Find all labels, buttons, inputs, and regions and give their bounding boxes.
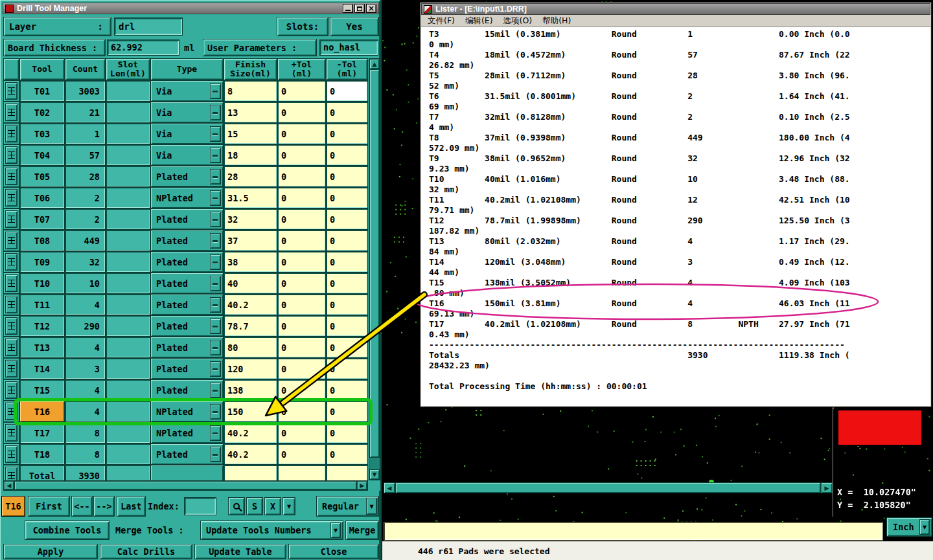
row-handle-button[interactable] xyxy=(5,168,17,185)
row-handle-button[interactable] xyxy=(5,82,17,100)
slot-len-cell[interactable] xyxy=(106,379,150,401)
minus-tol-input[interactable]: 0 xyxy=(326,102,368,123)
minimize-button[interactable] xyxy=(343,4,353,13)
maximize-button[interactable] xyxy=(354,4,365,13)
row-handle-button[interactable] xyxy=(5,125,17,142)
plus-tol-input[interactable]: 0 xyxy=(277,294,326,315)
finish-size-input[interactable]: 32 xyxy=(224,208,277,230)
row-handle-button[interactable] xyxy=(5,360,17,377)
type-select[interactable]: Plated xyxy=(150,273,224,294)
finish-size-input[interactable]: 80 xyxy=(224,337,277,358)
scroll-left-icon[interactable]: ◀ xyxy=(384,482,395,493)
minus-tol-input[interactable]: 0 xyxy=(326,187,368,208)
minus-tol-input[interactable]: 0 xyxy=(326,337,368,358)
menu-edit[interactable]: 编辑(E) xyxy=(465,16,493,27)
plus-tol-input[interactable]: 0 xyxy=(277,208,326,230)
row-handle-button[interactable] xyxy=(5,253,17,271)
finish-size-input[interactable]: 40.2 xyxy=(224,294,277,315)
prev-button[interactable]: <-- xyxy=(71,496,93,517)
scroll-right-icon[interactable]: ▶ xyxy=(357,481,367,490)
row-handle-button[interactable] xyxy=(5,403,17,420)
plus-tol-input[interactable]: 0 xyxy=(277,144,326,166)
type-select[interactable]: Plated xyxy=(150,294,224,315)
type-select[interactable] xyxy=(150,465,224,480)
tool-cell[interactable]: T06 xyxy=(19,187,65,208)
slot-len-cell[interactable] xyxy=(106,294,150,315)
chevron-down-icon[interactable]: ▼ xyxy=(330,522,341,538)
combine-tools-button[interactable]: Combine Tools xyxy=(25,521,109,540)
row-handle-button[interactable] xyxy=(5,317,17,335)
slot-len-cell[interactable] xyxy=(106,315,150,337)
dropdown-icon[interactable] xyxy=(210,319,221,334)
scroll-up-icon[interactable]: ▲ xyxy=(369,59,380,69)
type-select[interactable]: NPlated xyxy=(150,187,224,208)
update-table-button[interactable]: Update Table xyxy=(194,544,286,559)
slot-len-cell[interactable] xyxy=(106,337,150,358)
slot-len-cell[interactable] xyxy=(106,80,150,102)
slot-len-cell[interactable] xyxy=(106,358,150,379)
type-select[interactable]: Via xyxy=(150,123,224,144)
finish-size-input[interactable]: 31.5 xyxy=(224,187,277,208)
tool-cell[interactable]: Total xyxy=(19,465,65,480)
finish-size-input[interactable]: 8 xyxy=(224,80,277,102)
minus-tol-input[interactable]: 0 xyxy=(326,422,368,443)
canvas-hscroll-thumb[interactable] xyxy=(395,482,821,493)
plus-tol-input[interactable]: 0 xyxy=(277,187,326,208)
dropdown-icon[interactable] xyxy=(210,254,221,270)
minus-tol-input[interactable]: 0 xyxy=(326,379,368,401)
row-handle-button[interactable] xyxy=(5,424,17,442)
menu-file[interactable]: 文件(F) xyxy=(428,16,455,27)
tool-cell[interactable]: T01 xyxy=(19,80,65,102)
plus-tol-input[interactable] xyxy=(277,465,326,480)
tool-cell[interactable]: T14 xyxy=(19,358,65,379)
scroll-down-icon[interactable]: ▼ xyxy=(369,469,380,480)
plus-tol-input[interactable]: 0 xyxy=(277,273,326,294)
type-select[interactable]: Plated xyxy=(150,315,224,337)
type-select[interactable]: Plated xyxy=(150,337,224,358)
slot-len-cell[interactable] xyxy=(106,251,150,273)
finish-size-input[interactable]: 38 xyxy=(224,251,277,273)
row-handle-button[interactable] xyxy=(5,381,17,399)
chevron-down-icon[interactable]: ▼ xyxy=(919,519,930,535)
delete-button[interactable]: X xyxy=(264,497,281,515)
units-dropdown[interactable]: Inch ▼ xyxy=(886,517,932,537)
plus-tol-input[interactable]: 0 xyxy=(277,379,326,401)
snap-button[interactable]: S xyxy=(246,497,263,515)
index-input[interactable] xyxy=(184,497,216,515)
dropdown-icon[interactable] xyxy=(210,425,221,441)
type-select[interactable]: Plated xyxy=(150,208,224,230)
dropdown-icon[interactable] xyxy=(210,233,221,249)
minus-tol-input[interactable]: 0 xyxy=(326,166,368,187)
slot-len-cell[interactable] xyxy=(106,443,150,465)
type-select[interactable]: Plated xyxy=(150,443,224,465)
tool-cell[interactable]: T12 xyxy=(19,315,65,337)
plus-tol-input[interactable]: 0 xyxy=(277,358,326,379)
table-vscroll-thumb[interactable] xyxy=(369,69,380,458)
tool-cell[interactable]: T15 xyxy=(19,379,65,401)
finish-size-input[interactable]: 40.2 xyxy=(224,422,277,443)
row-handle-button[interactable] xyxy=(5,339,17,356)
canvas-hscrollbar[interactable]: ◀ ▶ xyxy=(384,482,833,493)
minus-tol-input[interactable]: 0 xyxy=(326,401,368,422)
row-handle-button[interactable] xyxy=(5,189,17,207)
dropdown-icon[interactable] xyxy=(210,404,221,420)
layer-input[interactable]: drl xyxy=(114,17,183,36)
plus-tol-input[interactable]: 0 xyxy=(277,123,326,144)
mode-dropdown[interactable]: Regular ▼ xyxy=(316,496,379,517)
plus-tol-input[interactable]: 0 xyxy=(277,401,326,422)
row-handle-button[interactable] xyxy=(5,104,17,121)
type-select[interactable]: NPlated xyxy=(150,401,224,422)
table-vscrollbar[interactable]: ▲ ▼ xyxy=(369,58,380,480)
dropdown-icon[interactable] xyxy=(210,276,221,291)
title-bar[interactable]: Drill Tool Manager × xyxy=(3,3,379,14)
type-select[interactable]: Plated xyxy=(150,358,224,379)
finish-size-input[interactable]: 37 xyxy=(224,230,277,251)
slot-len-cell[interactable] xyxy=(106,166,150,187)
tool-cell[interactable]: T09 xyxy=(19,251,65,273)
chevron-down-icon[interactable]: ▼ xyxy=(366,498,377,515)
dropdown-icon[interactable] xyxy=(210,297,221,313)
nav-dropdown-button[interactable]: ▼ xyxy=(282,497,295,515)
slot-len-cell[interactable] xyxy=(106,422,150,443)
row-handle-button[interactable] xyxy=(5,210,17,228)
tool-cell[interactable]: T08 xyxy=(19,230,65,251)
